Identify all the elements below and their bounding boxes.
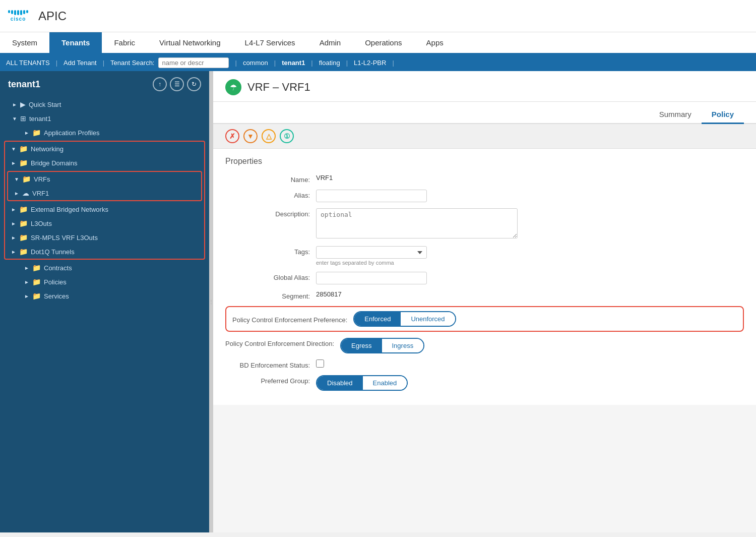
- nav-tab-fabric[interactable]: Fabric: [102, 32, 147, 53]
- form-row-tags: Tags: enter tags separated by comma: [225, 246, 744, 266]
- nav-tab-virtual-networking[interactable]: Virtual Networking: [147, 32, 232, 53]
- status-icon-error[interactable]: ✗: [225, 129, 239, 143]
- folder-icon: 📁: [19, 159, 28, 167]
- bd-enforcement-row: BD Enforcement Status:: [225, 360, 744, 369]
- status-icon-warning[interactable]: ▼: [243, 129, 258, 143]
- sidebar-item-l3outs[interactable]: ► 📁 L3Outs: [5, 216, 204, 230]
- segment-label: Segment:: [225, 290, 316, 300]
- sidebar-item-bridge-domains[interactable]: ► 📁 Bridge Domains: [5, 156, 204, 170]
- name-value: VRF1: [316, 174, 744, 182]
- global-alias-label: Global Alias:: [225, 272, 316, 281]
- sidebar-item-services[interactable]: ► 📁 Services: [0, 289, 209, 303]
- global-alias-field-container: [316, 272, 744, 284]
- app-title: APIC: [38, 9, 67, 23]
- segment-value: 2850817: [316, 290, 744, 298]
- chevron-icon: ►: [24, 130, 30, 136]
- content-title: VRF – VRF1: [247, 81, 310, 94]
- nav-tab-operations[interactable]: Operations: [353, 32, 414, 53]
- egress-button[interactable]: Egress: [341, 339, 382, 352]
- cisco-bar-4: [17, 10, 19, 15]
- chevron-icon: ►: [11, 235, 17, 241]
- enforced-button[interactable]: Enforced: [354, 312, 401, 326]
- ingress-button[interactable]: Ingress: [382, 339, 424, 352]
- content-tabs: Summary Policy: [213, 102, 756, 124]
- chevron-icon: ►: [12, 102, 18, 107]
- folder-icon: 📁: [19, 248, 28, 256]
- all-tenants-link[interactable]: ALL TENANTS: [6, 59, 50, 67]
- preferred-group-toggle-container: Disabled Enabled: [316, 375, 744, 391]
- properties-title: Properties: [225, 157, 744, 166]
- sidebar-item-vrf1[interactable]: ► ☁ VRF1: [8, 186, 201, 200]
- sidebar-icon-list[interactable]: ☰: [170, 77, 184, 91]
- nav-tab-apps[interactable]: Apps: [414, 32, 456, 53]
- enforcement-preference-row: Policy Control Enforcement Preference: E…: [225, 306, 744, 332]
- dot1q-label: Dot1Q Tunnels: [31, 248, 75, 256]
- content-area: ☂ VRF – VRF1 Summary Policy ✗ ▼ △ ① Prop…: [213, 71, 756, 532]
- grid-icon: ⊞: [20, 114, 26, 123]
- tab-summary[interactable]: Summary: [649, 106, 702, 124]
- main-layout: tenant1 ↑ ☰ ↻ ► ▶ Quick Start ▼ ⊞ tenant…: [0, 71, 756, 532]
- unenforced-button[interactable]: Unenforced: [401, 312, 455, 326]
- sidebar-item-tenant1[interactable]: ▼ ⊞ tenant1: [0, 111, 209, 126]
- alias-input[interactable]: [316, 190, 427, 202]
- networking-label: Networking: [31, 145, 64, 153]
- tenant-l1l2pbr-link[interactable]: L1-L2-PBR: [354, 59, 386, 67]
- description-input[interactable]: [316, 208, 518, 238]
- enforcement-direction-toggle-container: Egress Ingress: [340, 338, 744, 353]
- sep-7: |: [392, 59, 394, 67]
- sr-mpls-label: SR-MPLS VRF L3Outs: [31, 234, 98, 242]
- chevron-icon: ▼: [12, 116, 18, 122]
- tenant-tenant1-link[interactable]: tenant1: [282, 59, 305, 67]
- preferred-disabled-button[interactable]: Disabled: [317, 376, 363, 390]
- sidebar-item-vrfs[interactable]: ▼ 📁 VRFs: [8, 172, 201, 186]
- tags-select[interactable]: [316, 246, 427, 259]
- tenant-common-link[interactable]: common: [243, 59, 268, 67]
- sidebar-item-policies[interactable]: ► 📁 Policies: [0, 275, 209, 289]
- sep-6: |: [346, 59, 348, 67]
- sidebar-item-quick-start[interactable]: ► ▶ Quick Start: [0, 97, 209, 111]
- chevron-icon: ►: [11, 249, 17, 255]
- sep-5: |: [311, 59, 312, 67]
- nav-tab-tenants[interactable]: Tenants: [49, 32, 102, 53]
- tab-policy[interactable]: Policy: [702, 106, 744, 124]
- sidebar-item-dot1q[interactable]: ► 📁 Dot1Q Tunnels: [5, 245, 204, 259]
- alias-field-container: [316, 190, 744, 202]
- resize-handle[interactable]: ⋮: [209, 71, 213, 532]
- preferred-group-row: Preferred Group: Disabled Enabled: [225, 375, 744, 391]
- chevron-icon: ►: [11, 207, 17, 212]
- folder-icon: 📁: [22, 175, 31, 183]
- bd-enforcement-label: BD Enforcement Status:: [225, 360, 316, 369]
- sidebar-item-contracts[interactable]: ► 📁 Contracts: [0, 261, 209, 275]
- nav-tab-system[interactable]: System: [0, 32, 49, 53]
- bd-enforcement-checkbox[interactable]: [316, 360, 324, 368]
- folder-icon: 📁: [32, 278, 41, 286]
- status-icons-bar: ✗ ▼ △ ①: [213, 124, 756, 149]
- networking-highlight-box: ▼ 📁 Networking ► 📁 Bridge Domains ▼ 📁 VR…: [4, 141, 205, 260]
- tenant-floating-link[interactable]: floating: [319, 59, 340, 67]
- tags-hint: enter tags separated by comma: [316, 260, 744, 266]
- preferred-enabled-button[interactable]: Enabled: [363, 376, 407, 390]
- status-icon-alert[interactable]: △: [262, 129, 276, 143]
- sidebar-icon-upload[interactable]: ↑: [153, 77, 167, 91]
- vrf-shield-icon: ☂: [225, 79, 241, 95]
- sidebar-item-sr-mpls[interactable]: ► 📁 SR-MPLS VRF L3Outs: [5, 230, 204, 245]
- name-label: Name:: [225, 174, 316, 184]
- properties-area: Properties Name: VRF1 Alias: Description…: [213, 149, 756, 405]
- nav-tab-admin[interactable]: Admin: [307, 32, 353, 53]
- sidebar-item-external-bridged[interactable]: ► 📁 External Bridged Networks: [5, 202, 204, 216]
- global-alias-input[interactable]: [316, 272, 427, 284]
- cisco-bar-7: [26, 10, 28, 13]
- sidebar-item-app-profiles[interactable]: ► 📁 Application Profiles: [0, 126, 209, 140]
- nav-tab-l4-l7[interactable]: L4-L7 Services: [233, 32, 307, 53]
- add-tenant-link[interactable]: Add Tenant: [64, 59, 97, 67]
- main-nav: System Tenants Fabric Virtual Networking…: [0, 32, 756, 54]
- quick-start-label: Quick Start: [29, 101, 61, 108]
- sidebar-item-networking[interactable]: ▼ 📁 Networking: [5, 142, 204, 156]
- form-row-segment: Segment: 2850817: [225, 290, 744, 300]
- enforcement-preference-toggle-container: Enforced Unenforced: [353, 311, 737, 327]
- status-icon-info[interactable]: ①: [280, 129, 294, 143]
- tenant-search-input[interactable]: [158, 57, 229, 68]
- sidebar: tenant1 ↑ ☰ ↻ ► ▶ Quick Start ▼ ⊞ tenant…: [0, 71, 209, 532]
- sep-3: |: [235, 59, 236, 67]
- sidebar-icon-refresh[interactable]: ↻: [187, 77, 201, 91]
